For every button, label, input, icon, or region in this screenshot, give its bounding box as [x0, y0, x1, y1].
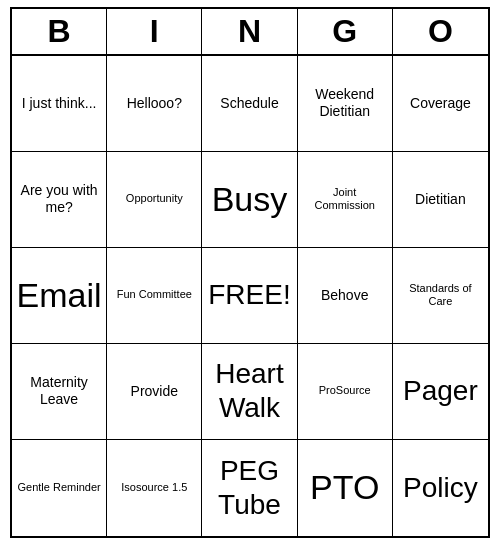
bingo-cell-text-9: Dietitian — [415, 191, 466, 208]
bingo-cell-text-11: Fun Committee — [117, 288, 192, 301]
bingo-cell-12: FREE! — [202, 248, 297, 344]
bingo-cell-text-14: Standards of Care — [397, 282, 484, 308]
bingo-cell-5: Are you with me? — [12, 152, 107, 248]
bingo-cell-9: Dietitian — [393, 152, 488, 248]
bingo-cell-text-6: Opportunity — [126, 192, 183, 205]
bingo-cell-text-21: Isosource 1.5 — [121, 481, 187, 494]
bingo-cell-text-5: Are you with me? — [16, 182, 102, 216]
bingo-cell-text-19: Pager — [403, 374, 478, 408]
bingo-cell-20: Gentle Reminder — [12, 440, 107, 536]
bingo-header-N: N — [202, 9, 297, 54]
bingo-cell-text-17: Heart Walk — [206, 357, 292, 424]
bingo-cell-11: Fun Committee — [107, 248, 202, 344]
bingo-cell-text-22: PEG Tube — [206, 454, 292, 521]
bingo-cell-10: Email — [12, 248, 107, 344]
bingo-cell-24: Policy — [393, 440, 488, 536]
bingo-cell-16: Provide — [107, 344, 202, 440]
bingo-cell-21: Isosource 1.5 — [107, 440, 202, 536]
bingo-cell-text-2: Schedule — [220, 95, 278, 112]
bingo-cell-text-15: Maternity Leave — [16, 374, 102, 408]
bingo-cell-text-3: Weekend Dietitian — [302, 86, 388, 120]
bingo-cell-8: Joint Commission — [298, 152, 393, 248]
bingo-cell-text-0: I just think... — [22, 95, 97, 112]
bingo-header-B: B — [12, 9, 107, 54]
bingo-cell-3: Weekend Dietitian — [298, 56, 393, 152]
bingo-cell-2: Schedule — [202, 56, 297, 152]
bingo-cell-text-18: ProSource — [319, 384, 371, 397]
bingo-cell-text-12: FREE! — [208, 278, 290, 312]
bingo-cell-1: Hellooo? — [107, 56, 202, 152]
bingo-cell-4: Coverage — [393, 56, 488, 152]
bingo-cell-text-20: Gentle Reminder — [18, 481, 101, 494]
bingo-cell-text-23: PTO — [310, 467, 379, 508]
bingo-grid: I just think...Hellooo?ScheduleWeekend D… — [12, 56, 488, 536]
bingo-cell-0: I just think... — [12, 56, 107, 152]
bingo-cell-15: Maternity Leave — [12, 344, 107, 440]
bingo-cell-14: Standards of Care — [393, 248, 488, 344]
bingo-cell-text-8: Joint Commission — [302, 186, 388, 212]
bingo-cell-text-13: Behove — [321, 287, 368, 304]
bingo-header: BINGO — [12, 9, 488, 56]
bingo-header-I: I — [107, 9, 202, 54]
bingo-cell-17: Heart Walk — [202, 344, 297, 440]
bingo-cell-7: Busy — [202, 152, 297, 248]
bingo-cell-13: Behove — [298, 248, 393, 344]
bingo-card: BINGO I just think...Hellooo?ScheduleWee… — [10, 7, 490, 538]
bingo-cell-text-10: Email — [17, 275, 102, 316]
bingo-cell-23: PTO — [298, 440, 393, 536]
bingo-cell-text-1: Hellooo? — [127, 95, 182, 112]
bingo-header-G: G — [298, 9, 393, 54]
bingo-cell-18: ProSource — [298, 344, 393, 440]
bingo-cell-19: Pager — [393, 344, 488, 440]
bingo-cell-text-4: Coverage — [410, 95, 471, 112]
bingo-cell-text-7: Busy — [212, 179, 288, 220]
bingo-cell-22: PEG Tube — [202, 440, 297, 536]
bingo-cell-text-16: Provide — [131, 383, 178, 400]
bingo-header-O: O — [393, 9, 488, 54]
bingo-cell-6: Opportunity — [107, 152, 202, 248]
bingo-cell-text-24: Policy — [403, 471, 478, 505]
